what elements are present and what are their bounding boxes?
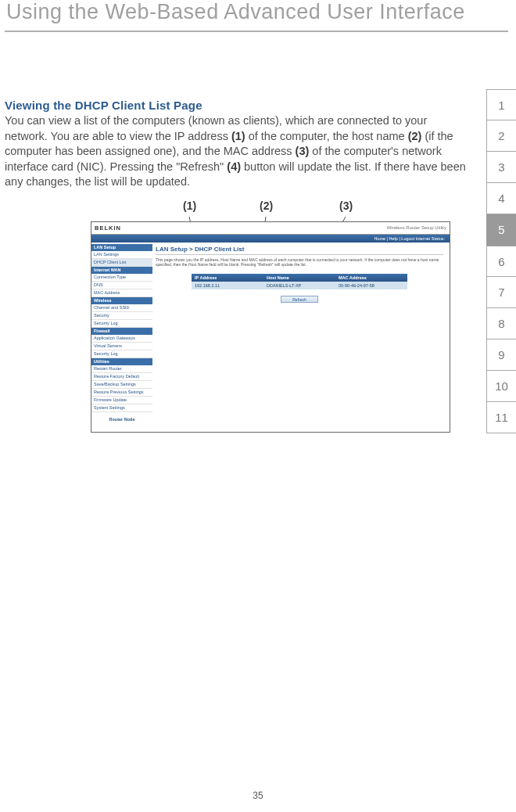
router-ui-topbar: BELKIN Wireless Router Setup Utility	[91, 222, 450, 235]
section-tab-7[interactable]: 7	[486, 277, 516, 308]
cell-host: DDANIELS-LT-XP	[263, 282, 335, 289]
sidebar-item-security-log[interactable]: Security Log	[91, 320, 152, 328]
section-tab-11[interactable]: 11	[486, 402, 516, 433]
sidebar-router-node: Router Node	[91, 412, 152, 426]
sidebar-item-mac-address[interactable]: MAC Address	[91, 289, 152, 297]
col-ip-address: IP Address	[192, 274, 263, 282]
router-ui-main-desc: This page shows you the IP address, Host…	[156, 257, 443, 268]
dhcp-client-table: IP Address Host Name MAC Address 192.168…	[192, 274, 407, 303]
sidebar-item-lan-settings[interactable]: LAN Settings	[91, 251, 152, 259]
table-row: 192.168.2.11 DDANIELS-LT-XP 00-90-46-24-…	[192, 282, 407, 289]
router-ui-navbar: Home | Help | Logout Internet Status:	[91, 235, 450, 243]
page-title: Using the Web-Based Advanced User Interf…	[5, 0, 508, 32]
cell-mac: 00-90-46-24-97-58	[335, 282, 407, 289]
callout-2: (2)	[260, 199, 273, 212]
router-ui-main: LAN Setup > DHCP Client List This page s…	[152, 243, 450, 432]
figure: (1) (2) (3) (4) BELKIN Wireless Router S…	[91, 221, 450, 433]
router-ui-screenshot: BELKIN Wireless Router Setup Utility Hom…	[91, 221, 450, 433]
section-tab-9[interactable]: 9	[486, 340, 516, 371]
sidebar-item-connection-type[interactable]: Connection Type	[91, 274, 152, 282]
section-tab-8[interactable]: 8	[486, 308, 516, 340]
col-mac-address: MAC Address	[335, 274, 407, 282]
body-text: of the computer, the host name	[245, 130, 408, 142]
sidebar-item-virtual-servers[interactable]: Virtual Servers	[91, 343, 152, 350]
router-ui-sidebar: LAN Setup LAN Settings DHCP Client List …	[91, 243, 152, 432]
router-ui-subtitle: Wireless Router Setup Utility	[387, 225, 446, 230]
body-paragraph: You can view a list of the computers (kn…	[5, 113, 469, 190]
section-tab-1[interactable]: 1	[486, 89, 516, 120]
ref-4: (4)	[227, 160, 241, 173]
section-tab-2[interactable]: 2	[486, 120, 516, 152]
page-number: 35	[0, 790, 516, 801]
section-tab-6[interactable]: 6	[486, 246, 516, 277]
section-tabs: 1 2 3 4 5 6 7 8 9 10 11	[486, 89, 516, 433]
router-ui-navbar-links[interactable]: Home | Help | Logout Internet Status:	[374, 236, 445, 241]
sidebar-item-save-backup[interactable]: Save/Backup Settings	[91, 381, 152, 389]
sidebar-item-restore-default[interactable]: Restore Factory Default	[91, 373, 152, 381]
ref-3: (3)	[296, 145, 310, 157]
callout-1: (1)	[183, 199, 196, 212]
sidebar-item-app-gateways[interactable]: Application Gateways	[91, 335, 152, 343]
section-tab-4[interactable]: 4	[486, 183, 516, 214]
sidebar-head-firewall: Firewall	[91, 328, 152, 335]
col-host-name: Host Name	[263, 274, 335, 282]
ref-2: (2)	[408, 130, 422, 142]
sidebar-item-dhcp-client-list[interactable]: DHCP Client List	[91, 259, 152, 267]
refresh-button[interactable]: Refresh	[281, 296, 318, 303]
sidebar-item-security-log2[interactable]: Security Log	[91, 350, 152, 358]
belkin-logo: BELKIN	[95, 225, 121, 232]
sidebar-item-system-settings[interactable]: System Settings	[91, 404, 152, 412]
callout-3: (3)	[339, 199, 353, 212]
sidebar-head-utilities: Utilities	[91, 358, 152, 365]
section-tab-5[interactable]: 5	[486, 214, 516, 246]
sidebar-item-dns[interactable]: DNS	[91, 282, 152, 289]
sidebar-item-restart-router[interactable]: Restart Router	[91, 365, 152, 373]
sidebar-item-restore-prev[interactable]: Restore Previous Settings	[91, 389, 152, 397]
table-header-row: IP Address Host Name MAC Address	[192, 274, 407, 282]
sidebar-item-firmware-update[interactable]: Firmware Update	[91, 397, 152, 404]
section-tab-3[interactable]: 3	[486, 152, 516, 183]
router-ui-main-title: LAN Setup > DHCP Client List	[156, 246, 443, 255]
section-tab-10[interactable]: 10	[486, 371, 516, 402]
sidebar-head-wan: Internet WAN	[91, 267, 152, 274]
ref-1: (1)	[231, 130, 245, 142]
cell-ip: 192.168.2.11	[192, 282, 263, 289]
sidebar-item-channel-ssid[interactable]: Channel and SSID	[91, 304, 152, 312]
sidebar-head-lan: LAN Setup	[91, 244, 152, 251]
sidebar-head-wireless: Wireless	[91, 297, 152, 304]
sidebar-item-security[interactable]: Security	[91, 312, 152, 320]
section-subhead: Viewing the DHCP Client List Page	[5, 99, 469, 112]
